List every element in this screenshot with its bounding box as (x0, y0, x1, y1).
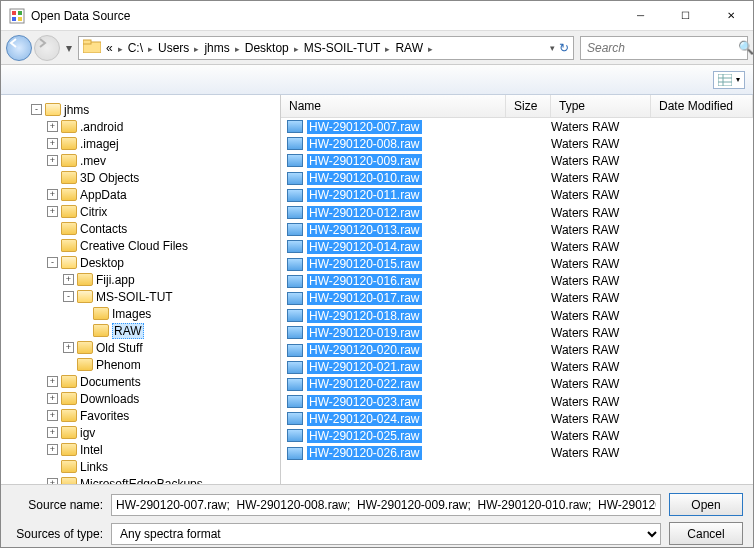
tree-item[interactable]: +Fiji.app (31, 271, 280, 288)
breadcrumb-segment[interactable]: jhms (199, 41, 234, 55)
tree-item[interactable]: +.android (31, 118, 280, 135)
view-mode-button[interactable]: ▾ (713, 71, 745, 89)
column-size[interactable]: Size (506, 95, 551, 117)
tree-item[interactable]: -Desktop (31, 254, 280, 271)
collapse-icon[interactable]: - (47, 257, 58, 268)
tree-item[interactable]: Contacts (31, 220, 280, 237)
history-dropdown[interactable]: ▾ (62, 35, 76, 61)
source-name-input[interactable] (111, 494, 661, 516)
collapse-icon[interactable]: - (63, 291, 74, 302)
file-row[interactable]: HW-290120-012.rawWaters RAW (281, 204, 753, 221)
file-row[interactable]: HW-290120-016.rawWaters RAW (281, 273, 753, 290)
file-row[interactable]: HW-290120-009.rawWaters RAW (281, 152, 753, 169)
tree-item[interactable]: Creative Cloud Files (31, 237, 280, 254)
tree-label: Contacts (80, 222, 127, 236)
tree-item[interactable]: +Intel (31, 441, 280, 458)
tree-item[interactable]: +Documents (31, 373, 280, 390)
tree-item[interactable]: +AppData (31, 186, 280, 203)
file-row[interactable]: HW-290120-010.rawWaters RAW (281, 170, 753, 187)
expand-icon[interactable]: + (63, 342, 74, 353)
expand-icon[interactable]: + (47, 427, 58, 438)
search-icon[interactable]: 🔍 (738, 40, 754, 55)
svg-rect-3 (12, 17, 16, 21)
chevron-right-icon[interactable]: ▸ (428, 44, 433, 54)
tree-item[interactable]: 3D Objects (31, 169, 280, 186)
tree-item[interactable]: +Citrix (31, 203, 280, 220)
file-row[interactable]: HW-290120-014.rawWaters RAW (281, 238, 753, 255)
refresh-icon[interactable]: ↻ (559, 41, 569, 55)
file-list[interactable]: HW-290120-007.rawWaters RAWHW-290120-008… (281, 118, 753, 484)
maximize-button[interactable]: ☐ (663, 1, 708, 30)
breadcrumb-bar[interactable]: «▸C:\▸Users▸jhms▸Desktop▸MS-SOIL-TUT▸RAW… (78, 36, 574, 60)
file-row[interactable]: HW-290120-021.rawWaters RAW (281, 359, 753, 376)
tree-item[interactable]: +Downloads (31, 390, 280, 407)
expand-icon[interactable]: + (47, 189, 58, 200)
forward-button[interactable] (34, 35, 60, 61)
tree-item[interactable]: Images (31, 305, 280, 322)
expand-icon[interactable]: + (47, 393, 58, 404)
file-name: HW-290120-021.raw (307, 360, 422, 374)
column-date[interactable]: Date Modified (651, 95, 753, 117)
breadcrumb-segment[interactable]: « (101, 41, 118, 55)
file-row[interactable]: HW-290120-011.rawWaters RAW (281, 187, 753, 204)
tree-item[interactable]: Phenom (31, 356, 280, 373)
file-row[interactable]: HW-290120-008.rawWaters RAW (281, 135, 753, 152)
breadcrumb-segment[interactable]: Users (153, 41, 194, 55)
open-button[interactable]: Open (669, 493, 743, 516)
tree-item[interactable]: -MS-SOIL-TUT (31, 288, 280, 305)
tree-item[interactable]: +.imagej (31, 135, 280, 152)
expand-icon[interactable]: + (47, 376, 58, 387)
file-row[interactable]: HW-290120-020.rawWaters RAW (281, 341, 753, 358)
file-row[interactable]: HW-290120-017.rawWaters RAW (281, 290, 753, 307)
minimize-button[interactable]: ─ (618, 1, 663, 30)
breadcrumb-segment[interactable]: C:\ (123, 41, 148, 55)
sources-type-select[interactable]: Any spectra format (111, 523, 661, 545)
tree-item[interactable]: -jhms (31, 101, 280, 118)
tree-item[interactable]: +MicrosoftEdgeBackups (31, 475, 280, 484)
breadcrumb-segment[interactable]: RAW (390, 41, 428, 55)
tree-item[interactable]: Links (31, 458, 280, 475)
file-row[interactable]: HW-290120-022.rawWaters RAW (281, 376, 753, 393)
file-row[interactable]: HW-290120-018.rawWaters RAW (281, 307, 753, 324)
file-row[interactable]: HW-290120-026.rawWaters RAW (281, 445, 753, 462)
close-button[interactable]: ✕ (708, 1, 753, 30)
search-box[interactable]: 🔍 (580, 36, 748, 60)
expand-icon[interactable]: + (47, 444, 58, 455)
tree-item[interactable]: +.mev (31, 152, 280, 169)
column-type[interactable]: Type (551, 95, 651, 117)
chevron-right-icon[interactable]: ▸ (235, 44, 240, 54)
file-type: Waters RAW (551, 223, 651, 237)
breadcrumb-segment[interactable]: Desktop (240, 41, 294, 55)
collapse-icon[interactable]: - (31, 104, 42, 115)
chevron-right-icon[interactable]: ▸ (118, 44, 123, 54)
breadcrumb-segment[interactable]: MS-SOIL-TUT (299, 41, 386, 55)
chevron-right-icon[interactable]: ▸ (294, 44, 299, 54)
expand-icon[interactable]: + (63, 274, 74, 285)
expand-icon[interactable]: + (47, 410, 58, 421)
expand-icon[interactable]: + (47, 206, 58, 217)
expand-icon[interactable]: + (47, 121, 58, 132)
tree-item[interactable]: +igv (31, 424, 280, 441)
file-row[interactable]: HW-290120-007.rawWaters RAW (281, 118, 753, 135)
file-row[interactable]: HW-290120-023.rawWaters RAW (281, 393, 753, 410)
titlebar: Open Data Source ─ ☐ ✕ (1, 1, 753, 31)
column-headers[interactable]: Name Size Type Date Modified (281, 95, 753, 118)
tree-item[interactable]: RAW (31, 322, 280, 339)
file-row[interactable]: HW-290120-024.rawWaters RAW (281, 410, 753, 427)
file-row[interactable]: HW-290120-025.rawWaters RAW (281, 427, 753, 444)
expand-icon[interactable]: + (47, 155, 58, 166)
back-button[interactable] (6, 35, 32, 61)
folder-tree[interactable]: -jhms+.android+.imagej+.mev3D Objects+Ap… (1, 95, 281, 484)
search-input[interactable] (587, 41, 738, 55)
file-row[interactable]: HW-290120-019.rawWaters RAW (281, 324, 753, 341)
tree-item[interactable]: +Old Stuff (31, 339, 280, 356)
cancel-button[interactable]: Cancel (669, 522, 743, 545)
expand-icon[interactable]: + (47, 478, 58, 484)
column-name[interactable]: Name (281, 95, 506, 117)
file-row[interactable]: HW-290120-013.rawWaters RAW (281, 221, 753, 238)
raw-file-icon (287, 344, 303, 357)
breadcrumb-dropdown-icon[interactable]: ▾ (550, 43, 555, 53)
tree-item[interactable]: +Favorites (31, 407, 280, 424)
expand-icon[interactable]: + (47, 138, 58, 149)
file-row[interactable]: HW-290120-015.rawWaters RAW (281, 256, 753, 273)
